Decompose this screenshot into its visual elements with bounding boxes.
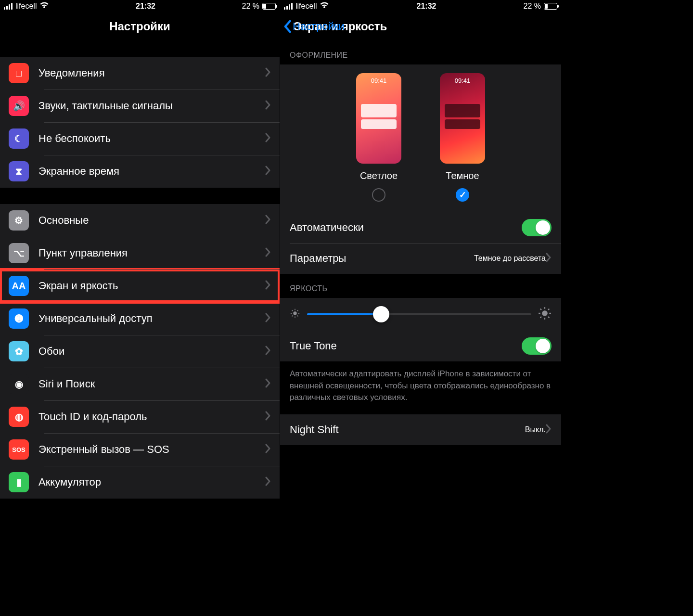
status-time: 21:32 (417, 2, 436, 11)
general-icon: ⚙ (9, 210, 29, 231)
svg-point-9 (542, 310, 548, 316)
nav-header: Настройки (0, 13, 280, 40)
battery-icon (544, 3, 557, 10)
battery-icon: ▮ (9, 472, 29, 492)
settings-row-wallpaper[interactable]: ✿Обои (0, 335, 280, 368)
controlcenter-icon: ⌥ (9, 243, 29, 263)
chevron-right-icon (265, 133, 271, 144)
chevron-right-icon (265, 313, 271, 324)
brightness-slider-row (280, 298, 561, 331)
row-label: Не беспокоить (38, 132, 265, 145)
settings-row-dnd[interactable]: ☾Не беспокоить (0, 122, 280, 155)
accessibility-icon: ➊ (9, 308, 29, 329)
svg-line-6 (297, 316, 298, 317)
dark-radio[interactable] (456, 188, 469, 202)
signal-icon (284, 3, 293, 10)
options-row[interactable]: Параметры Темное до рассвета (280, 243, 561, 274)
battery-icon (262, 3, 276, 10)
svg-line-8 (297, 310, 298, 311)
brightness-slider[interactable] (307, 313, 531, 315)
svg-line-15 (548, 317, 549, 318)
screentime-icon: ⧗ (9, 161, 29, 181)
row-label: Универсальный доступ (38, 312, 265, 325)
section-header-brightness: ЯРКОСТЬ (280, 274, 561, 298)
chevron-right-icon (265, 346, 271, 357)
chevron-right-icon (265, 247, 271, 259)
status-time: 21:32 (136, 2, 155, 11)
nightshift-row[interactable]: Night Shift Выкл. (280, 414, 561, 445)
row-label: Основные (38, 214, 265, 227)
light-radio[interactable] (372, 188, 385, 202)
automatic-row: Автоматически (280, 212, 561, 243)
row-label: Экстренный вызов — SOS (38, 443, 265, 456)
truetone-description: Автоматически адаптировать дисплей iPhon… (280, 361, 561, 414)
chevron-right-icon (546, 424, 552, 436)
emergency-icon: SOS (9, 439, 29, 460)
settings-row-accessibility[interactable]: ➊Универсальный доступ (0, 302, 280, 335)
automatic-label: Автоматически (290, 221, 522, 234)
row-label: Звуки, тактильные сигналы (38, 100, 265, 112)
dnd-icon: ☾ (9, 128, 29, 149)
chevron-right-icon (265, 378, 271, 390)
chevron-right-icon (265, 476, 271, 488)
settings-row-controlcenter[interactable]: ⌥Пункт управления (0, 237, 280, 270)
svg-line-14 (540, 309, 541, 310)
settings-root-screen: lifecell 21:32 22 % Настройки □Уведомлен… (0, 0, 280, 616)
sun-max-icon (538, 307, 552, 322)
svg-point-0 (293, 311, 296, 315)
settings-row-emergency[interactable]: SOSЭкстренный вызов — SOS (0, 433, 280, 466)
row-label: Siri и Поиск (38, 378, 265, 390)
status-bar: lifecell 21:32 22 % (0, 0, 280, 13)
touchid-icon: ◍ (9, 407, 29, 427)
chevron-right-icon (265, 100, 271, 112)
svg-line-17 (548, 309, 549, 310)
appearance-light-option[interactable]: 09:41 Светлое (356, 73, 401, 202)
automatic-switch[interactable] (522, 219, 552, 236)
settings-row-touchid[interactable]: ◍Touch ID и код-пароль (0, 400, 280, 433)
chevron-right-icon (265, 67, 271, 79)
dark-preview: 09:41 (440, 73, 485, 164)
row-label: Аккумулятор (38, 476, 265, 488)
signal-icon (4, 3, 13, 10)
wallpaper-icon: ✿ (9, 341, 29, 361)
back-button[interactable]: Настройки (283, 20, 345, 33)
sounds-icon: 🔊 (9, 96, 29, 116)
settings-row-notifications[interactable]: □Уведомления (0, 57, 280, 90)
svg-line-16 (540, 317, 541, 318)
svg-line-7 (292, 316, 293, 317)
row-label: Экранное время (38, 165, 265, 178)
settings-row-display[interactable]: AAЭкран и яркость (0, 270, 280, 302)
row-label: Touch ID и код-пароль (38, 411, 265, 423)
svg-line-5 (292, 310, 293, 311)
settings-row-battery[interactable]: ▮Аккумулятор (0, 466, 280, 499)
sun-min-icon (290, 308, 300, 321)
options-value: Темное до рассвета (474, 254, 546, 263)
settings-row-screentime[interactable]: ⧗Экранное время (0, 155, 280, 188)
row-label: Пункт управления (38, 247, 265, 259)
settings-row-sounds[interactable]: 🔊Звуки, тактильные сигналы (0, 90, 280, 122)
back-label: Настройки (293, 20, 345, 33)
battery-percent: 22 % (242, 2, 259, 11)
nightshift-label: Night Shift (290, 424, 525, 436)
truetone-switch[interactable] (522, 337, 552, 355)
dark-label: Темное (446, 170, 479, 181)
light-label: Светлое (360, 170, 398, 181)
row-label: Обои (38, 345, 265, 358)
settings-row-siri[interactable]: ◉Siri и Поиск (0, 368, 280, 400)
wifi-icon (39, 1, 49, 11)
chevron-right-icon (546, 253, 552, 264)
chevron-right-icon (265, 411, 271, 423)
nightshift-value: Выкл. (525, 425, 546, 434)
appearance-dark-option[interactable]: 09:41 Темное (440, 73, 485, 202)
wifi-icon (320, 1, 329, 11)
battery-percent: 22 % (524, 2, 541, 11)
status-bar: lifecell 21:32 22 % (280, 0, 561, 13)
chevron-right-icon (265, 444, 271, 455)
siri-icon: ◉ (9, 374, 29, 394)
carrier-label: lifecell (15, 2, 37, 11)
settings-row-general[interactable]: ⚙Основные (0, 204, 280, 237)
chevron-right-icon (265, 215, 271, 226)
nav-header: Настройки Экран и яркость (280, 13, 561, 40)
display-icon: AA (9, 276, 29, 296)
section-header-appearance: ОФОРМЛЕНИЕ (280, 40, 561, 64)
